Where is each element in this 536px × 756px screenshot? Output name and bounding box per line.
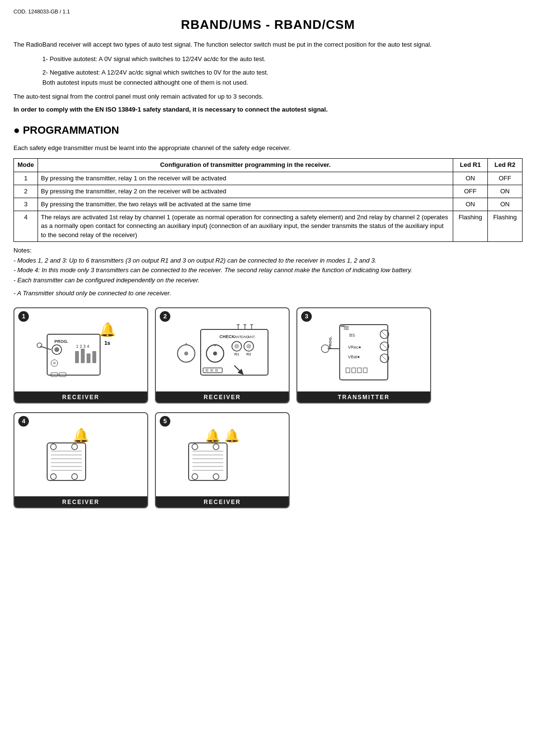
- diagram-inner-1: 🔔 1s PROG. 1 2 3 4: [14, 308, 147, 391]
- svg-point-72: [51, 444, 56, 450]
- autotest1: 1- Positive autotest: A 0V signal which …: [42, 54, 523, 64]
- safety-warning: In order to comply with the EN ISO 13849…: [13, 105, 523, 114]
- diagram-inner-2: CHECK ANT. GND ANT. R1 R2: [156, 308, 289, 391]
- table-cell-config: By pressing the transmitter, the two rel…: [38, 198, 453, 211]
- table-cell-config: The relays are activated 1st relay by ch…: [38, 211, 453, 242]
- autotest2-text: A 12/24V ac/dc signal which switches to …: [102, 69, 268, 76]
- svg-point-14: [53, 362, 56, 365]
- table-cell-config: By pressing the transmitter, relay 1 on …: [38, 172, 453, 185]
- svg-text:🔔: 🔔: [224, 428, 240, 443]
- svg-text:1  2  3  4: 1 2 3 4: [76, 344, 89, 349]
- table-cell-mode: 3: [14, 198, 38, 211]
- svg-rect-32: [205, 369, 208, 372]
- table-cell-led-r1: ON: [453, 172, 488, 185]
- svg-rect-10: [92, 351, 96, 363]
- note-line: - Each transmitter can be configured ind…: [13, 276, 523, 286]
- page-title: RBAND/UMS - RBAND/CSM: [13, 17, 523, 32]
- transmitter-svg: PROG. BS VRec● VBat●: [313, 320, 414, 382]
- diagram-box-5: 5 🔔 🔔 RECE: [155, 412, 290, 508]
- diagram-row-1: 1 🔔 1s PROG. 1 2 3 4: [13, 307, 523, 403]
- svg-rect-65: [47, 443, 86, 480]
- table-row: 4 The relays are activated 1st relay by …: [14, 211, 523, 242]
- svg-rect-33: [210, 369, 213, 372]
- table-cell-mode: 2: [14, 185, 38, 198]
- svg-line-38: [234, 365, 242, 373]
- svg-rect-58: [352, 368, 356, 373]
- diagram-row-2: 4 🔔 RECEIVER: [13, 412, 523, 508]
- table-cell-led-r1: OFF: [453, 185, 488, 198]
- svg-line-54: [381, 343, 388, 350]
- svg-point-36: [184, 352, 188, 355]
- diagram-box-4: 4 🔔 RECEIVER: [13, 412, 148, 508]
- diagram-num-5: 5: [160, 416, 170, 427]
- svg-point-16: [37, 343, 42, 348]
- table-header-config: Configuration of transmitter programming…: [38, 159, 453, 172]
- diagram-label-4: RECEIVER: [14, 496, 147, 507]
- svg-text:VRec●: VRec●: [348, 345, 361, 350]
- table-header-led-r2: Led R2: [488, 159, 523, 172]
- doc-code: COD. 1248033-GB / 1.1: [13, 9, 523, 14]
- receiver-single-bell-svg: 🔔: [33, 425, 129, 487]
- svg-point-23: [213, 352, 217, 355]
- svg-rect-59: [357, 368, 361, 373]
- svg-point-88: [213, 474, 219, 479]
- notes-section: Notes:- Modes 1, 2 and 3: Up to 6 transm…: [13, 246, 523, 299]
- diagram-num-2: 2: [160, 311, 170, 322]
- svg-text:1s: 1s: [104, 340, 110, 346]
- svg-point-87: [192, 474, 198, 479]
- svg-point-74: [51, 474, 56, 479]
- svg-rect-57: [346, 368, 350, 373]
- svg-rect-60: [363, 368, 367, 373]
- table-cell-led-r2: ON: [488, 198, 523, 211]
- diagram-num-3: 3: [301, 311, 312, 322]
- table-cell-config: By pressing the transmitter, relay 2 on …: [38, 185, 453, 198]
- table-cell-mode: 1: [14, 172, 38, 185]
- diagram-inner-4: 🔔: [14, 413, 147, 496]
- svg-text:ANT.: ANT.: [248, 335, 255, 339]
- svg-text:🔔: 🔔: [99, 322, 116, 338]
- table-row: 2 By pressing the transmitter, relay 2 o…: [14, 185, 523, 198]
- svg-rect-34: [215, 369, 218, 372]
- svg-point-5: [54, 347, 59, 352]
- diagram-box-1: 1 🔔 1s PROG. 1 2 3 4: [13, 307, 148, 403]
- note-line: Notes:: [13, 246, 523, 256]
- table-cell-led-r1: Flashing: [453, 211, 488, 242]
- svg-text:VBat●: VBat●: [348, 354, 360, 359]
- svg-text:PROG.: PROG.: [54, 339, 68, 344]
- note-line: - A Transmitter should only be connected…: [13, 289, 523, 299]
- svg-text:R1: R1: [234, 352, 240, 356]
- svg-text:🔔: 🔔: [205, 428, 221, 443]
- diagram-inner-3: PROG. BS VRec● VBat●: [297, 308, 430, 391]
- diagram-num-4: 4: [18, 416, 29, 427]
- autotest1-label: 1- Positive autotest:: [42, 55, 97, 63]
- table-cell-led-r2: OFF: [488, 172, 523, 185]
- table-header-mode: Mode: [14, 159, 38, 172]
- programming-table: Mode Configuration of transmitter progra…: [13, 158, 523, 241]
- svg-rect-8: [81, 349, 85, 363]
- svg-point-73: [72, 444, 77, 450]
- svg-line-55: [381, 355, 388, 362]
- diagram-label-5: RECEIVER: [156, 496, 289, 507]
- diagram-label-3: TRANSMITTER: [297, 391, 430, 403]
- svg-rect-78: [189, 443, 227, 480]
- receiver-check-svg: CHECK ANT. GND ANT. R1 R2: [172, 320, 273, 382]
- svg-rect-7: [75, 351, 79, 363]
- receiver-prog-svg: 🔔 1s PROG. 1 2 3 4: [33, 320, 129, 382]
- svg-point-26: [234, 344, 239, 349]
- table-cell-mode: 4: [14, 211, 38, 242]
- svg-text:🔔: 🔔: [73, 428, 89, 443]
- table-row: 3 By pressing the transmitter, the two r…: [14, 198, 523, 211]
- autotest2-label: 2- Negative autotest:: [42, 69, 100, 76]
- svg-point-85: [192, 444, 198, 450]
- autotest-duration: The auto-test signal from the control pa…: [13, 92, 523, 101]
- table-cell-led-r1: ON: [453, 198, 488, 211]
- intro-paragraph1: The RadioBand receiver will accept two t…: [13, 40, 523, 50]
- autotest2: 2- Negative autotest: A 12/24V ac/dc sig…: [42, 68, 523, 88]
- svg-text:≋: ≋: [343, 324, 349, 332]
- diagram-label-2: RECEIVER: [156, 391, 289, 403]
- svg-text:BS: BS: [349, 333, 355, 338]
- svg-point-29: [246, 344, 251, 349]
- diagram-box-3: 3 PROG. BS VRec● VBat●: [296, 307, 431, 403]
- diagram-label-1: RECEIVER: [14, 391, 147, 403]
- diagram-inner-5: 🔔 🔔: [156, 413, 289, 496]
